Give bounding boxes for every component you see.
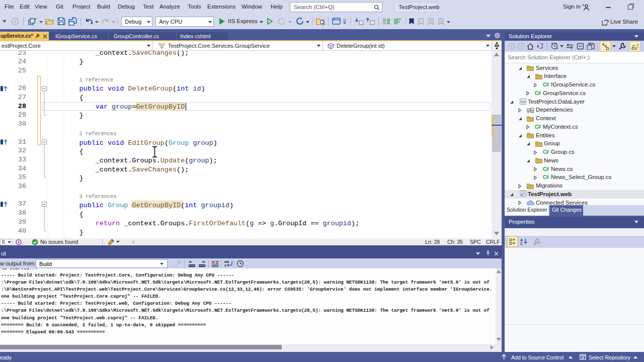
svg-text:A: A (520, 238, 523, 242)
svg-text:c: c (224, 263, 227, 267)
svg-text:Z: Z (520, 242, 523, 245)
svg-text:C#: C# (521, 100, 526, 104)
